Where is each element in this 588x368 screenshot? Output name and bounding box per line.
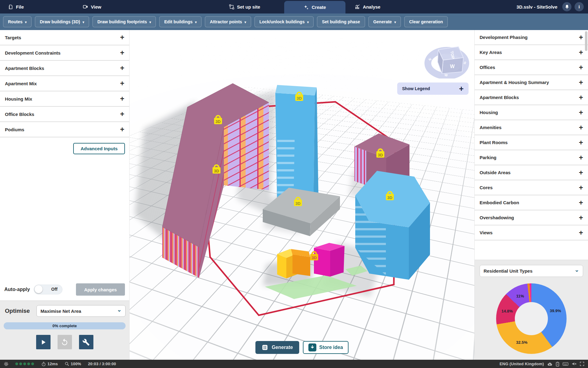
accordion-section[interactable]: Plant Rooms	[475, 135, 588, 150]
keyboard-icon[interactable]	[563, 362, 568, 366]
expand-plus-icon[interactable]	[120, 49, 124, 56]
speaker-muted-icon[interactable]	[571, 362, 577, 366]
advanced-inputs-button[interactable]: Advanced Inputs	[73, 143, 125, 154]
accordion-section[interactable]: Targets	[0, 30, 129, 45]
notifications-button[interactable]	[562, 2, 571, 11]
accordion-section-label: Development Phasing	[480, 35, 528, 40]
set-building-phase-button[interactable]: Set building phase	[317, 16, 365, 27]
building-hex-tower-blue[interactable]	[355, 171, 430, 280]
accordion-section-label: Parking	[480, 155, 496, 160]
svg-text:3D: 3D	[296, 201, 301, 206]
lock-unlock-buildings-button[interactable]: Lock/unlock buildings	[254, 16, 314, 27]
edit-buildings-button[interactable]: Edit buildings	[159, 16, 202, 27]
accordion-section[interactable]: Apartment Blocks	[475, 90, 588, 105]
accordion-section[interactable]: Outside Areas	[475, 165, 588, 180]
expand-plus-icon[interactable]	[579, 199, 583, 206]
expand-plus-icon[interactable]	[120, 126, 124, 133]
expand-plus-icon[interactable]	[579, 34, 583, 41]
accordion-section-label: Offices	[480, 65, 495, 70]
accordion-section[interactable]: Apartment Mix	[0, 76, 129, 91]
battery-icon	[556, 362, 560, 366]
residential-unit-types-chart: 39.9%32.5%14.8%11%	[492, 279, 571, 358]
expand-plus-icon[interactable]	[579, 214, 583, 221]
accordion-section[interactable]: Views	[475, 225, 588, 240]
expand-plus-icon[interactable]	[579, 64, 583, 71]
optimise-section: Optimise Maximise Net Area 0% complete	[0, 301, 129, 360]
accordion-section[interactable]: Podiums	[0, 122, 129, 137]
building-small-magenta[interactable]	[314, 243, 345, 277]
generate-dropdown-button[interactable]: Generate	[368, 16, 401, 27]
site-boundary-icon	[229, 4, 234, 10]
draw-building-footprints-button[interactable]: Draw building footprints	[92, 16, 156, 27]
info-button[interactable]: i	[575, 2, 584, 11]
tab-view[interactable]: View	[78, 0, 106, 13]
generate-button[interactable]: Generate	[255, 341, 299, 354]
3d-viewport[interactable]: 3D 3D 3D 3D	[130, 30, 474, 360]
view-cube-front-face[interactable]: W	[450, 64, 455, 69]
optimisation-settings-button[interactable]	[79, 335, 93, 349]
chart-type-select[interactable]: Residential Unit Types	[480, 265, 583, 277]
accordion-section[interactable]: Housing Mix	[0, 91, 129, 107]
expand-plus-icon[interactable]	[579, 94, 583, 101]
accordion-section[interactable]: Overshadowing	[475, 210, 588, 225]
reset-optimisation-button[interactable]	[58, 335, 72, 349]
expand-plus-icon[interactable]	[579, 154, 583, 161]
view-cube[interactable]: N S W TOP W	[424, 44, 470, 79]
accordion-section[interactable]: Offices	[475, 60, 588, 75]
expand-plus-icon[interactable]	[579, 79, 583, 86]
main-area: Targets Development Constraints Apartmen…	[0, 30, 588, 360]
accordion-section-label: Views	[480, 230, 492, 235]
outputs-accordion-list: Development Phasing Key Areas Offices	[475, 30, 588, 240]
expand-plus-icon[interactable]	[120, 80, 124, 87]
tab-set-up-site[interactable]: Set up site	[224, 0, 265, 13]
apply-changes-button[interactable]: Apply changes	[76, 283, 125, 296]
accordion-section[interactable]: Development Constraints	[0, 45, 129, 61]
latency-value: 12ms	[47, 362, 58, 366]
expand-plus-icon[interactable]	[579, 124, 583, 131]
clear-generation-button[interactable]: Clear generation	[404, 16, 448, 27]
accordion-section-label: Overshadowing	[480, 215, 514, 220]
expand-plus-icon[interactable]	[579, 109, 583, 116]
generate-button-label: Generate	[272, 345, 293, 350]
right-panel-scrollbar[interactable]	[585, 31, 587, 51]
fullscreen-icon[interactable]	[580, 362, 584, 366]
auto-apply-toggle[interactable]: Off	[34, 285, 62, 294]
accordion-section-label: Office Blocks	[5, 112, 34, 117]
tab-file[interactable]: File	[3, 0, 29, 13]
accordion-section[interactable]: Parking	[475, 150, 588, 165]
gear-icon[interactable]	[4, 362, 9, 366]
toggle-knob	[35, 285, 43, 293]
expand-plus-icon[interactable]	[579, 229, 583, 236]
optimise-select[interactable]: Maximise Net Area	[36, 305, 126, 317]
expand-plus-icon[interactable]	[120, 95, 124, 102]
expand-plus-icon[interactable]	[579, 49, 583, 56]
expand-plus-icon[interactable]	[120, 110, 124, 118]
accordion-section[interactable]: Apartment & Housing Summary	[475, 75, 588, 90]
routes-button[interactable]: Routes	[3, 16, 32, 27]
building-small-yellow[interactable]	[277, 249, 310, 278]
expand-plus-icon[interactable]	[579, 184, 583, 191]
cloud-upload-icon[interactable]	[547, 362, 552, 366]
show-legend-button[interactable]: Show Legend	[397, 82, 469, 95]
accordion-section[interactable]: Office Blocks	[0, 107, 129, 122]
accordion-section[interactable]: Apartment Blocks	[0, 61, 129, 76]
expand-plus-icon[interactable]	[120, 34, 124, 41]
accordion-section[interactable]: Cores	[475, 180, 588, 195]
accordion-section[interactable]: Development Phasing	[475, 30, 588, 45]
svg-text:3D: 3D	[214, 169, 219, 173]
attractor-points-button[interactable]: Attractor points	[205, 16, 251, 27]
optimise-progress-bar: 0% complete	[4, 322, 126, 329]
draw-buildings-3d-button[interactable]: Draw buildings (3D)	[35, 16, 89, 27]
accordion-section[interactable]: Housing	[475, 105, 588, 120]
run-optimisation-button[interactable]	[36, 335, 51, 349]
expand-plus-icon[interactable]	[120, 64, 124, 72]
accordion-section[interactable]: Amenities	[475, 120, 588, 135]
expand-plus-icon[interactable]	[579, 169, 583, 176]
accordion-section[interactable]: Embodied Carbon	[475, 195, 588, 210]
tab-create[interactable]: Create	[284, 1, 345, 13]
accordion-section[interactable]: Key Areas	[475, 45, 588, 60]
tab-analyse[interactable]: Analyse	[350, 0, 386, 13]
store-idea-button[interactable]: Store idea	[303, 341, 349, 354]
keyboard-locale[interactable]: ENG (United Kingdom)	[499, 362, 544, 366]
expand-plus-icon[interactable]	[579, 139, 583, 146]
